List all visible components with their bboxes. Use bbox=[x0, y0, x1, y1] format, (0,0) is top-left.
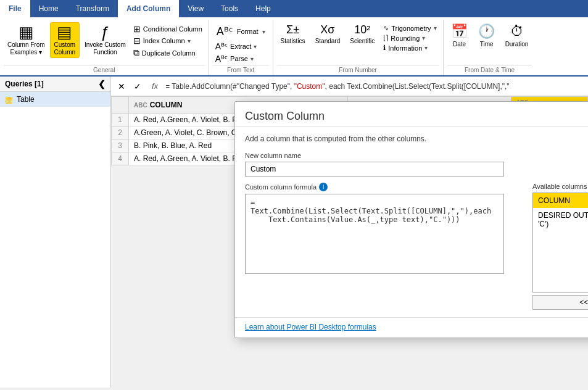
conditional-column-button[interactable]: ⊞ Conditional Column bbox=[131, 23, 205, 35]
time-icon: 🕐 bbox=[478, 23, 495, 39]
main-area: Queries [1] ❮ ▦ Table ✕ ✓ fx = Table.Add… bbox=[0, 77, 588, 388]
sidebar-header: Queries [1] ❮ bbox=[0, 77, 110, 92]
information-dropdown-icon: ▾ bbox=[424, 44, 428, 51]
formula-textarea[interactable]: = Text.Combine(List.Select(Text.Split([C… bbox=[245, 194, 504, 274]
available-columns-area: Available columns COLUMN DESIRED OUTCOME… bbox=[532, 183, 588, 310]
avail-item-column[interactable]: COLUMN bbox=[533, 193, 588, 208]
time-button[interactable]: 🕐 Time bbox=[474, 22, 499, 49]
conditional-column-label: Conditional Column bbox=[143, 25, 202, 33]
avail-item-desired[interactable]: DESIRED OUTCOME (isolate all 'C') bbox=[533, 208, 588, 231]
standard-button[interactable]: Xσ Standard bbox=[312, 22, 344, 46]
information-button[interactable]: ℹ Information ▾ bbox=[381, 43, 439, 52]
duration-button[interactable]: ⏱ Duration bbox=[502, 22, 532, 49]
sidebar-collapse-icon[interactable]: ❮ bbox=[98, 79, 106, 89]
extract-button[interactable]: Aᴮᶜ Extract ▾ bbox=[213, 41, 260, 52]
from-date-group-label: From Date & Time bbox=[447, 65, 532, 75]
ribbon-group-from-number: Σ± Statistics Xσ Standard 10² Scientific… bbox=[273, 20, 444, 75]
scientific-icon: 10² bbox=[354, 23, 370, 36]
formula-bar-buttons: ✕ ✓ bbox=[115, 80, 144, 93]
statistics-button[interactable]: Σ± Statistics bbox=[277, 22, 309, 46]
from-date-buttons: 📅 Date 🕐 Time ⏱ Duration bbox=[447, 21, 532, 65]
index-column-icon: ⊟ bbox=[133, 36, 141, 46]
index-column-button[interactable]: ⊟ Index Column ▾ bbox=[131, 35, 205, 46]
from-text-buttons: Aᴮᶜ Format ▾ Aᴮᶜ Extract ▾ Aᴮᶜ Parse ▾ bbox=[213, 21, 269, 65]
col-type-icon: ABC bbox=[134, 102, 147, 109]
trigonometry-icon: ∿ bbox=[383, 24, 389, 32]
tab-file[interactable]: File bbox=[0, 0, 30, 17]
dialog-title: Custom Column bbox=[245, 110, 325, 123]
formula-cancel-button[interactable]: ✕ bbox=[115, 80, 128, 93]
col-header-rownum bbox=[112, 97, 129, 114]
invoke-custom-function-button[interactable]: ƒ Invoke CustomFunction bbox=[81, 22, 130, 58]
from-text-group-label: From Text bbox=[213, 65, 269, 75]
row-num-2: 2 bbox=[112, 127, 129, 139]
column-from-examples-label: Column FromExamples ▾ bbox=[7, 41, 45, 56]
parse-label: Parse bbox=[230, 55, 248, 62]
information-label: Information bbox=[388, 44, 422, 52]
custom-column-dialog: Custom Column ✕ Add a column that is com… bbox=[234, 101, 588, 338]
date-label: Date bbox=[453, 41, 466, 48]
date-button[interactable]: 📅 Date bbox=[447, 22, 472, 49]
time-label: Time bbox=[480, 41, 494, 48]
column-from-examples-button[interactable]: ▦ Column FromExamples ▾ bbox=[4, 22, 49, 58]
custom-column-button[interactable]: ▤ CustomColumn bbox=[50, 22, 80, 58]
dialog-two-col: Custom column formula i = Text.Combine(L… bbox=[245, 183, 588, 310]
tab-view[interactable]: View bbox=[179, 0, 212, 17]
available-columns-list: COLUMN DESIRED OUTCOME (isolate all 'C') bbox=[532, 193, 588, 292]
duplicate-column-label: Duplicate Column bbox=[142, 49, 196, 57]
format-icon: Aᴮᶜ bbox=[217, 25, 233, 38]
duration-icon: ⏱ bbox=[510, 23, 524, 39]
parse-dropdown-icon: ▾ bbox=[251, 56, 254, 62]
format-button[interactable]: Aᴮᶜ Format ▾ bbox=[213, 23, 269, 39]
custom-column-label: CustomColumn bbox=[54, 41, 75, 56]
ribbon: ▦ Column FromExamples ▾ ▤ CustomColumn ƒ… bbox=[0, 17, 588, 77]
column-name-label: New column name bbox=[245, 152, 588, 159]
duration-label: Duration bbox=[505, 41, 529, 48]
duplicate-column-button[interactable]: ⧉ Duplicate Column bbox=[131, 47, 205, 59]
sidebar-item-table[interactable]: ▦ Table bbox=[0, 92, 110, 107]
ribbon-group-general: ▦ Column FromExamples ▾ ▤ CustomColumn ƒ… bbox=[0, 20, 209, 75]
ribbon-group-from-text: Aᴮᶜ Format ▾ Aᴮᶜ Extract ▾ Aᴮᶜ Parse ▾ F… bbox=[209, 20, 273, 75]
trigonometry-button[interactable]: ∿ Trigonometry ▾ bbox=[381, 23, 439, 33]
format-label: Format bbox=[237, 28, 259, 35]
formula-area-label: Custom column formula i bbox=[245, 183, 523, 191]
standard-label: Standard bbox=[315, 38, 341, 44]
table-icon: ▦ bbox=[5, 94, 13, 104]
information-icon: ℹ bbox=[383, 44, 386, 52]
insert-button[interactable]: << Insert bbox=[532, 295, 588, 310]
available-columns-label: Available columns bbox=[532, 183, 588, 190]
extract-label: Extract bbox=[230, 43, 251, 50]
row-num-3: 3 bbox=[112, 139, 129, 152]
statistics-icon: Σ± bbox=[286, 23, 299, 36]
formula-bar: ✕ ✓ fx = Table.AddColumn(#"Changed Type"… bbox=[111, 77, 588, 96]
formula-text: = Table.AddColumn(#"Changed Type", "Cust… bbox=[165, 82, 584, 91]
rounding-dropdown-icon: ▾ bbox=[422, 35, 425, 41]
tab-bar: File Home Transform Add Column View Tool… bbox=[0, 0, 588, 17]
parse-button[interactable]: Aᴮᶜ Parse ▾ bbox=[213, 53, 256, 64]
column-name-input[interactable] bbox=[245, 162, 504, 176]
scientific-button[interactable]: 10² Scientific bbox=[346, 22, 378, 46]
standard-icon: Xσ bbox=[320, 23, 334, 36]
dialog-description: Add a column that is computed from the o… bbox=[245, 135, 588, 143]
learn-formulas-link[interactable]: Learn about Power BI Desktop formulas bbox=[245, 323, 376, 331]
formula-confirm-button[interactable]: ✓ bbox=[131, 80, 144, 93]
tab-tools[interactable]: Tools bbox=[212, 0, 247, 17]
formula-fx-label: fx bbox=[149, 81, 160, 91]
col-header-column-label: COLUMN bbox=[150, 101, 183, 109]
dialog-formula-area: Custom column formula i = Text.Combine(L… bbox=[245, 183, 523, 310]
custom-column-icon: ▤ bbox=[57, 24, 72, 40]
rounding-label: Rounding bbox=[391, 35, 420, 42]
tab-transform[interactable]: Transform bbox=[67, 0, 118, 17]
tab-help[interactable]: Help bbox=[247, 0, 280, 17]
tab-add-column[interactable]: Add Column bbox=[118, 0, 179, 17]
date-icon: 📅 bbox=[451, 23, 468, 39]
index-column-dropdown-icon: ▾ bbox=[188, 38, 191, 44]
conditional-column-icon: ⊞ bbox=[133, 24, 141, 34]
sidebar: Queries [1] ❮ ▦ Table bbox=[0, 77, 111, 388]
dialog-footer: Learn about Power BI Desktop formulas bbox=[235, 317, 588, 338]
rounding-button[interactable]: ⌊⌉ Rounding ▾ bbox=[381, 33, 439, 43]
tab-home[interactable]: Home bbox=[30, 0, 67, 17]
parse-icon: Aᴮᶜ bbox=[215, 54, 228, 64]
from-number-group-label: From Number bbox=[277, 65, 439, 75]
sidebar-header-label: Queries [1] bbox=[5, 80, 44, 88]
